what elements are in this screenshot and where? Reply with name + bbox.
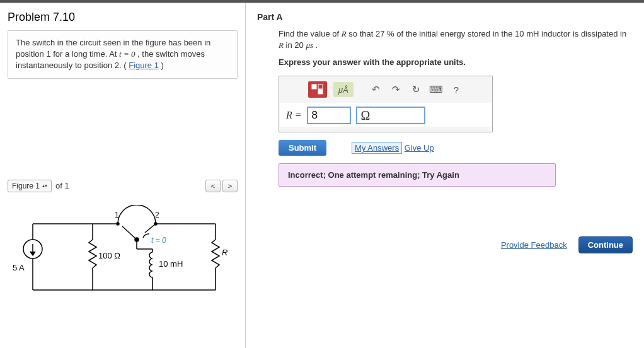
svg-line-11 [122, 226, 137, 240]
units-icon[interactable]: μÅ [333, 82, 354, 97]
problem-title: Problem 7.10 [8, 11, 238, 24]
svg-rect-22 [318, 84, 323, 89]
q-mus: μs [306, 40, 313, 50]
my-answers-link[interactable]: My Answers [352, 142, 402, 154]
redo-icon[interactable]: ↷ [389, 83, 403, 96]
q-mh: mH [526, 29, 539, 38]
svg-rect-20 [312, 84, 316, 89]
figure-next-button[interactable]: > [222, 180, 238, 192]
answer-label: R = [286, 110, 302, 121]
figure-of: of 1 [55, 181, 69, 190]
q-m2: of the initial energy stored in the 10 [396, 29, 526, 38]
question-text: Find the value of R so that 27 % of the … [279, 28, 631, 51]
svg-rect-21 [318, 90, 323, 94]
instruction: Express your answer with the appropriate… [279, 57, 633, 67]
figure-bar: Figure 1 ▴▾ of 1 < > [8, 180, 238, 192]
svg-point-8 [117, 223, 119, 225]
q-r2: R [279, 40, 284, 50]
figure-label: Figure 1 [12, 182, 40, 190]
q-m1: so that 27 [348, 29, 387, 38]
continue-button[interactable]: Continue [578, 236, 633, 253]
answer-toolbar: μÅ ↶ ↷ ↻ ⌨ ? [279, 76, 492, 103]
src-label: 5 A [13, 263, 25, 272]
answer-panel: μÅ ↶ ↷ ↻ ⌨ ? R = Ω [279, 76, 493, 132]
help-icon[interactable]: ? [449, 83, 463, 96]
r1-label: 100 Ω [98, 251, 120, 260]
reset-icon[interactable]: ↻ [409, 83, 423, 96]
q-r: R [342, 29, 347, 38]
keyboard-icon[interactable]: ⌨ [429, 83, 443, 96]
intro-eq: t = 0 [119, 49, 135, 59]
t0-label: t = 0 [151, 236, 166, 245]
pos2: 2 [155, 211, 159, 219]
intro-text-3: ) [161, 61, 164, 70]
circuit-figure: 5 A 100 Ω 10 mH R 1 2 t = 0 [8, 205, 234, 306]
answer-unit-input[interactable]: Ω [356, 107, 425, 124]
templates-icon[interactable] [308, 81, 327, 98]
q-m3: inductor is dissipated in [541, 29, 626, 38]
pos1: 1 [115, 211, 119, 219]
feedback-box: Incorrect; One attempt remaining; Try Ag… [279, 163, 556, 187]
provide-feedback-link[interactable]: Provide Feedback [501, 240, 567, 250]
svg-line-12 [145, 224, 156, 233]
q-m4: in 20 [286, 40, 306, 50]
give-up-link[interactable]: Give Up [405, 143, 434, 153]
r2-label: R [222, 248, 227, 257]
figure-link[interactable]: Figure 1 [129, 61, 159, 70]
left-pane: Problem 7.10 The switch in the circuit s… [0, 3, 246, 348]
part-a-title: Part A [257, 12, 633, 22]
q-end: . [316, 40, 318, 50]
answer-value-input[interactable] [307, 107, 351, 124]
q-pre: Find the value of [279, 29, 342, 38]
figure-prev-button[interactable]: < [205, 180, 221, 192]
right-pane: Part A Find the value of R so that 27 % … [246, 3, 644, 348]
figure-select[interactable]: Figure 1 ▴▾ [8, 180, 52, 192]
submit-button[interactable]: Submit [279, 140, 326, 156]
intro-box: The switch in the circuit seen in the fi… [8, 30, 238, 79]
q-percent: % [387, 29, 394, 38]
undo-icon[interactable]: ↶ [369, 83, 382, 96]
stepper-icon: ▴▾ [42, 184, 47, 187]
link-group: My Answers Give Up [352, 143, 434, 153]
L-label: 10 mH [159, 259, 183, 269]
